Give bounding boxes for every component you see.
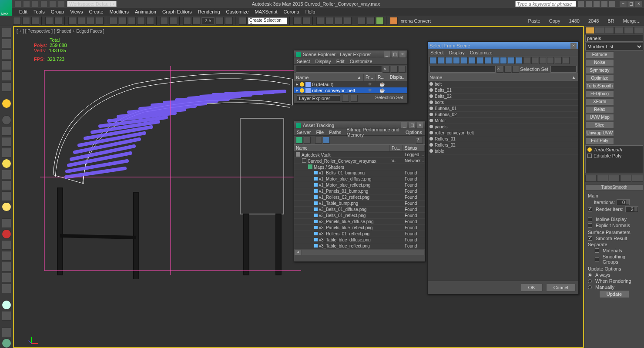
selset-input[interactable]: [550, 66, 577, 73]
minimize-button[interactable]: −: [620, 1, 627, 7]
menu-tools[interactable]: Tools: [34, 9, 45, 14]
side-sphere-icon[interactable]: [2, 115, 11, 125]
side-torus-icon[interactable]: [2, 191, 11, 201]
viewport-label[interactable]: [ + ] [ Perspective ] [ Shaded + Edged F…: [17, 29, 104, 33]
asset-row[interactable]: v3_Table_blue_reflect.pngFound: [294, 243, 425, 249]
view-icon[interactable]: [399, 66, 406, 73]
infocenter-icon[interactable]: [578, 1, 584, 7]
stack-remove-icon[interactable]: [620, 175, 631, 182]
dock-icon[interactable]: [342, 95, 349, 102]
side-sun-icon[interactable]: [2, 202, 11, 212]
filter-input[interactable]: [296, 66, 382, 73]
manually-radio[interactable]: [588, 285, 592, 289]
tool-keymode-icon[interactable]: [169, 17, 177, 25]
asset-row[interactable]: v3_Rollers_01_reflect.pngFound: [294, 231, 425, 237]
tool-percentsnap-icon[interactable]: [216, 17, 224, 25]
side-tab2-icon[interactable]: [2, 39, 11, 48]
tool-rendersetup-icon[interactable]: [358, 17, 366, 25]
ok-button[interactable]: OK: [521, 284, 543, 291]
mod-turbosmooth[interactable]: TurboSmooth: [585, 83, 614, 90]
tab-modify-icon[interactable]: [595, 27, 604, 34]
scene-node-row[interactable]: Rollers_02: [428, 142, 578, 148]
scene-node-row[interactable]: belt: [428, 81, 578, 87]
tool-mirror-icon[interactable]: [293, 17, 301, 25]
bitmap-icon[interactable]: [315, 137, 322, 144]
qat-open-icon[interactable]: [23, 1, 30, 7]
materials-check[interactable]: [595, 248, 599, 253]
menu-file[interactable]: File: [316, 130, 324, 135]
asset-row[interactable]: v1_Motor_blue_reflect.pngFound: [294, 182, 425, 188]
spinner-snap[interactable]: 2.5: [201, 17, 215, 24]
menu-customize[interactable]: Customize: [470, 50, 493, 55]
tool-selectmanip-icon[interactable]: [160, 17, 168, 25]
side-material-icon[interactable]: [2, 300, 11, 310]
exchange-icon[interactable]: [594, 1, 600, 7]
cancel-button[interactable]: Cancel: [546, 284, 576, 291]
iterations-spinner[interactable]: 0: [617, 199, 630, 205]
side-lock-icon[interactable]: [2, 328, 11, 337]
side-red-icon[interactable]: [2, 229, 11, 239]
stack-config-icon[interactable]: [632, 175, 643, 182]
favorite-icon[interactable]: [601, 1, 607, 7]
help-icon[interactable]: [609, 1, 615, 7]
side-render-icon[interactable]: [2, 311, 11, 321]
asset-row[interactable]: v3_Panels_blue_diffuse.pngFound: [294, 219, 425, 225]
tab-motion-icon[interactable]: [614, 27, 624, 34]
menu-create[interactable]: Create: [89, 9, 103, 14]
side-cylinder-icon[interactable]: [2, 170, 11, 179]
asset-row[interactable]: v1_Panels_01_bump.pngFound: [294, 188, 425, 194]
mod-slice[interactable]: Slice: [585, 122, 614, 129]
side-tab4-icon[interactable]: [2, 60, 11, 70]
tool-pivot-icon[interactable]: [146, 17, 154, 25]
filter-shape-icon[interactable]: [445, 57, 452, 64]
display-influences-icon[interactable]: [547, 57, 554, 64]
side-tab3-icon[interactable]: [2, 50, 11, 59]
tool-select-icon[interactable]: [68, 17, 76, 25]
side-help-icon[interactable]: [2, 338, 11, 348]
app-logo[interactable]: [0, 0, 12, 16]
stack-editablepoly[interactable]: Editable Poly: [587, 153, 642, 159]
side-cloth-icon[interactable]: [2, 284, 11, 293]
always-radio[interactable]: [588, 273, 592, 277]
bulb-icon[interactable]: [587, 147, 592, 152]
tool-rectmarquee-icon[interactable]: [87, 17, 94, 25]
treeview-icon[interactable]: [304, 137, 311, 144]
menu-select[interactable]: Select: [430, 50, 444, 55]
find-input[interactable]: [429, 66, 496, 73]
modifier-list-combo[interactable]: Modifier List: [585, 43, 643, 50]
asset-row[interactable]: v3_Belts_01_diffuse.pngFound: [294, 207, 425, 213]
col-frozen[interactable]: Fr...: [364, 74, 376, 81]
object-name-input[interactable]: [585, 35, 643, 42]
min-button[interactable]: _: [384, 51, 390, 57]
stack-unique-icon[interactable]: [609, 175, 620, 182]
side-particle-icon[interactable]: [2, 218, 11, 228]
menu-display[interactable]: Display: [315, 59, 331, 64]
workspace-combo[interactable]: Workspace: Default▾: [67, 1, 117, 7]
search-input[interactable]: [515, 1, 576, 7]
refresh-icon[interactable]: [296, 137, 303, 144]
tool-scale-icon[interactable]: [128, 17, 136, 25]
menu-customize[interactable]: Customize: [350, 59, 372, 64]
tab-hierarchy-icon[interactable]: [605, 27, 614, 34]
scene-node-row[interactable]: Belts_01: [428, 87, 578, 94]
asset-row[interactable]: v1_Table_bump.pngFound: [294, 201, 425, 207]
filter-light-icon[interactable]: [453, 57, 460, 64]
asset-row[interactable]: v3_Belts_01_reflect.pngFound: [294, 213, 425, 219]
smoothgroups-check[interactable]: [595, 257, 599, 261]
close-button[interactable]: ×: [417, 122, 423, 128]
display-layers-icon[interactable]: [555, 57, 562, 64]
info-copy[interactable]: Copy: [549, 18, 560, 23]
select-from-scene-dialog[interactable]: Select From Scene× Select Display Custom…: [427, 41, 579, 294]
tool-bind-icon[interactable]: [31, 17, 39, 25]
stack-turbosmooth[interactable]: TurboSmooth: [587, 147, 642, 153]
scrollbar[interactable]: [302, 250, 424, 255]
qat-undo-icon[interactable]: [41, 1, 47, 7]
tool-window-icon[interactable]: [96, 17, 104, 25]
asset-row[interactable]: Autodesk VaultLogged ...: [294, 152, 425, 158]
scene-node-row[interactable]: Buttons_02: [428, 112, 578, 118]
col-fullpath[interactable]: Fu...: [390, 145, 403, 151]
tool-link-icon[interactable]: [13, 17, 21, 25]
filter-container-icon[interactable]: [508, 57, 515, 64]
menu-customize[interactable]: Customize: [226, 9, 249, 14]
mod-uvwmap[interactable]: UVW Map: [585, 114, 614, 121]
